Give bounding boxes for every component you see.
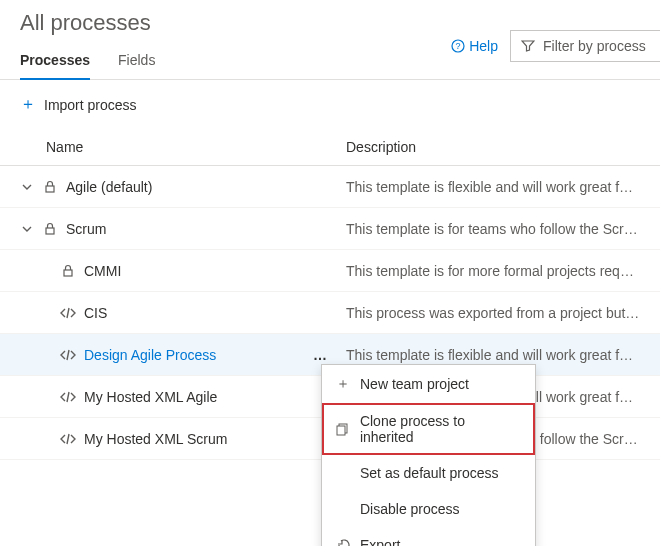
lock-icon [60,264,76,277]
cell-description: This template is for more formal project… [346,263,640,279]
chevron-down-icon[interactable] [20,182,34,192]
code-icon [60,349,76,361]
menu-clone-process[interactable]: Clone process to inherited [322,403,535,455]
menu-label: Disable process [360,501,460,517]
import-process-button[interactable]: ＋ Import process [0,80,660,129]
table-header: Name Description [0,129,660,166]
help-label: Help [469,38,498,54]
cell-name: Scrum [20,221,346,237]
menu-export[interactable]: Export [322,527,535,546]
more-actions-button[interactable]: … [309,347,332,363]
filter-icon [521,39,535,53]
svg-rect-6 [337,426,345,435]
cell-description: This template is for teams who follow th… [346,221,640,237]
filter-placeholder: Filter by process name [543,38,650,54]
process-name: My Hosted XML Agile [84,389,217,405]
context-menu: ＋ New team project Clone process to inhe… [321,364,536,546]
menu-label: New team project [360,376,469,392]
svg-text:?: ? [456,41,461,51]
cell-name: Agile (default) [20,179,346,195]
help-icon: ? [451,39,465,53]
menu-label: Clone process to inherited [360,413,521,445]
menu-new-team-project[interactable]: ＋ New team project [322,365,535,403]
col-name-header[interactable]: Name [46,139,346,155]
cell-description: This template is flexible and will work … [346,347,640,363]
lock-icon [42,222,58,235]
cell-description: This process was exported from a project… [346,305,640,321]
cell-name: CIS [20,305,346,321]
menu-set-default[interactable]: Set as default process [322,455,535,491]
cell-name: CMMI [20,263,346,279]
process-name: My Hosted XML Scrum [84,431,227,447]
menu-disable-process[interactable]: Disable process [322,491,535,527]
code-icon [60,307,76,319]
chevron-down-icon[interactable] [20,224,34,234]
process-name: Agile (default) [66,179,152,195]
col-description-header[interactable]: Description [346,139,640,155]
table-row[interactable]: Agile (default)This template is flexible… [0,166,660,208]
code-icon [60,433,76,445]
menu-label: Set as default process [360,465,499,481]
help-link[interactable]: ? Help [451,38,498,54]
filter-input[interactable]: Filter by process name [510,30,660,62]
tab-fields[interactable]: Fields [118,44,155,80]
table-row[interactable]: CMMIThis template is for more formal pro… [0,250,660,292]
process-name: Scrum [66,221,106,237]
menu-label: Export [360,537,400,546]
tab-processes[interactable]: Processes [20,44,90,80]
cell-name: My Hosted XML Scrum [20,431,346,447]
plus-icon: ＋ [336,375,350,393]
cell-name: My Hosted XML Agile [20,389,346,405]
lock-icon [42,180,58,193]
process-name[interactable]: Design Agile Process [84,347,216,363]
svg-rect-2 [46,186,54,192]
cell-description: This template is flexible and will work … [346,179,640,195]
table-row[interactable]: CISThis process was exported from a proj… [0,292,660,334]
table-row[interactable]: ScrumThis template is for teams who foll… [0,208,660,250]
svg-rect-4 [64,270,72,276]
plus-icon: ＋ [20,94,36,115]
export-icon [336,539,350,547]
copy-icon [336,423,350,436]
code-icon [60,391,76,403]
process-name: CIS [84,305,107,321]
process-name: CMMI [84,263,121,279]
svg-rect-3 [46,228,54,234]
import-label: Import process [44,97,137,113]
cell-name: Design Agile Process… [20,347,346,363]
